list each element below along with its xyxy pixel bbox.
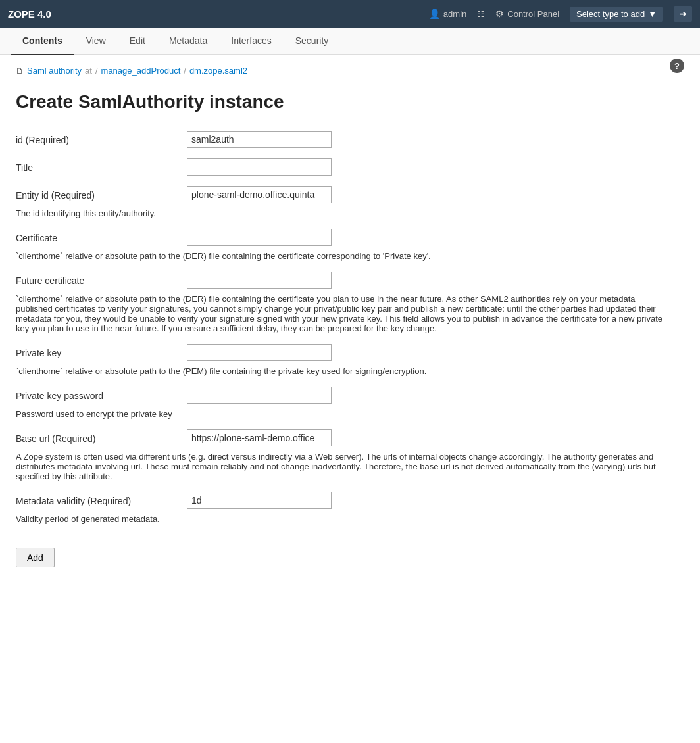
tab-view[interactable]: View xyxy=(74,28,118,55)
tab-edit[interactable]: Edit xyxy=(118,28,157,55)
label-private-key-password: Private key password xyxy=(16,387,187,401)
create-form: id (Required) Title Entity id (Required)… xyxy=(16,131,684,567)
input-id[interactable] xyxy=(187,131,332,148)
breadcrumb-item2[interactable]: manage_addProduct xyxy=(101,66,181,76)
desc-base-url: A Zope system is often used via differen… xyxy=(16,452,674,481)
input-metadata-validity[interactable] xyxy=(187,492,332,509)
dropdown-arrow-icon: ▼ xyxy=(648,9,657,19)
desc-private-key: `clienthome` relative or absolute path t… xyxy=(16,366,674,376)
control-panel-link[interactable]: ⚙ Control Panel xyxy=(495,9,559,19)
label-id: id (Required) xyxy=(16,131,187,145)
label-metadata-validity: Metadata validity (Required) xyxy=(16,492,187,506)
input-title[interactable] xyxy=(187,158,332,176)
select-type-button[interactable]: Select type to add ▼ xyxy=(570,7,663,22)
field-title: Title xyxy=(16,158,684,176)
tab-metadata[interactable]: Metadata xyxy=(157,28,219,55)
topbar: ZOPE 4.0 👤 admin ☷ ⚙ Control Panel Selec… xyxy=(0,0,700,28)
desc-private-key-password: Password used to encrypt the private key xyxy=(16,409,674,419)
help-icon-container: ? xyxy=(670,59,684,73)
field-future-certificate: Future certificate `clienthome` relative… xyxy=(16,272,684,333)
label-entity-id: Entity id (Required) xyxy=(16,186,187,201)
label-private-key: Private key xyxy=(16,344,187,358)
breadcrumb-item3[interactable]: dm.zope.saml2 xyxy=(189,66,247,76)
desc-future-certificate: `clienthome` relative or absolute path t… xyxy=(16,294,674,333)
desc-certificate: `clienthome` relative or absolute path t… xyxy=(16,251,674,261)
input-certificate[interactable] xyxy=(187,229,332,246)
field-certificate: Certificate `clienthome` relative or abs… xyxy=(16,229,684,261)
page-title: Create SamlAuthority instance xyxy=(16,91,684,112)
admin-menu[interactable]: 👤 admin xyxy=(429,9,466,19)
add-button[interactable]: Add xyxy=(16,548,55,567)
field-base-url: Base url (Required) A Zope system is oft… xyxy=(16,429,684,481)
desc-metadata-validity: Validity period of generated metadata. xyxy=(16,514,674,524)
field-private-key: Private key `clienthome` relative or abs… xyxy=(16,344,684,376)
input-entity-id[interactable] xyxy=(187,186,332,203)
input-future-certificate[interactable] xyxy=(187,272,332,289)
label-base-url: Base url (Required) xyxy=(16,429,187,444)
input-base-url[interactable] xyxy=(187,429,332,446)
file-icon: 🗋 xyxy=(16,66,24,76)
breadcrumb-slash2: / xyxy=(184,66,186,76)
field-metadata-validity: Metadata validity (Required) Validity pe… xyxy=(16,492,684,524)
gear-icon: ⚙ xyxy=(495,9,504,19)
input-private-key[interactable] xyxy=(187,344,332,361)
field-entity-id: Entity id (Required) The id identifying … xyxy=(16,186,684,218)
logout-button[interactable]: ➜ xyxy=(674,6,692,22)
control-panel-label: Control Panel xyxy=(507,9,559,19)
breadcrumb-item1[interactable]: Saml authority xyxy=(27,66,82,76)
tab-security[interactable]: Security xyxy=(284,28,341,55)
select-type-label: Select type to add xyxy=(576,9,645,19)
breadcrumb: 🗋 Saml authority at / manage_addProduct … xyxy=(16,66,684,76)
tab-contents[interactable]: Contents xyxy=(11,28,74,55)
main-content: 🗋 Saml authority at / manage_addProduct … xyxy=(0,55,700,594)
app-logo: ZOPE 4.0 xyxy=(8,9,51,20)
field-id: id (Required) xyxy=(16,131,684,148)
user-icon: 👤 xyxy=(429,9,440,19)
admin-label: admin xyxy=(443,9,466,19)
breadcrumb-sep1: at xyxy=(85,66,92,76)
help-icon[interactable]: ? xyxy=(670,59,684,73)
breadcrumb-slash1: / xyxy=(95,66,98,76)
label-future-certificate: Future certificate xyxy=(16,272,187,286)
sitemap-button[interactable]: ☷ xyxy=(477,9,485,19)
desc-entity-id: The id identifying this entity/authority… xyxy=(16,208,674,218)
logout-icon: ➜ xyxy=(679,9,687,19)
field-private-key-password: Private key password Password used to en… xyxy=(16,387,684,419)
tab-bar: Contents View Edit Metadata Interfaces S… xyxy=(0,28,700,55)
input-private-key-password[interactable] xyxy=(187,387,332,404)
label-certificate: Certificate xyxy=(16,229,187,243)
label-title: Title xyxy=(16,158,187,173)
sitemap-icon: ☷ xyxy=(477,9,485,19)
tab-interfaces[interactable]: Interfaces xyxy=(219,28,283,55)
